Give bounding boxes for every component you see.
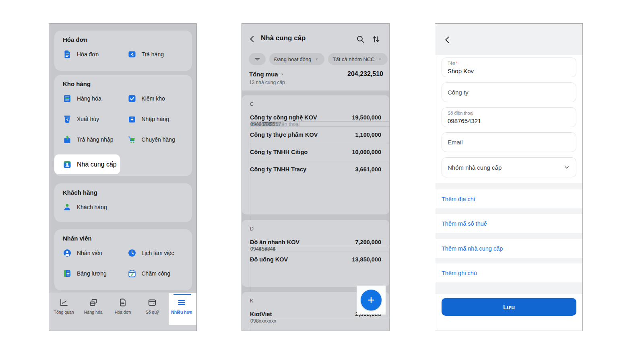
menu-item-purchase[interactable]: Nhập hàng <box>128 109 192 129</box>
menu-item-stock-check[interactable]: Kiểm kho <box>128 88 192 109</box>
screen-more-menu: Hóa đơn Hóa đơn Trả hàng Kho hàng Hàng h… <box>49 23 197 331</box>
invoices-icon <box>118 298 128 307</box>
nav-label: Sổ quỹ <box>146 310 159 315</box>
nav-item-overview[interactable]: Tổng quan <box>49 292 78 331</box>
group-letter: C <box>242 95 389 109</box>
menu-item-transfer[interactable]: Chuyển hàng <box>128 129 192 150</box>
more-icon <box>177 298 186 307</box>
link-label: Thêm địa chỉ <box>442 196 475 202</box>
purchase-icon <box>128 115 136 123</box>
purchase-return-icon <box>63 135 72 144</box>
search-icon[interactable] <box>356 35 365 44</box>
section-customers: Khách hàng Khách hàng <box>54 183 192 222</box>
screen-supplier-list: Nhà cung cấp Đang hoạt động Tất cả nhóm … <box>242 23 390 331</box>
section-staff: Nhân viên Nhân viên Lịch làm việc Bảng l… <box>54 229 192 290</box>
filter-chip[interactable] <box>249 53 266 65</box>
back-icon[interactable] <box>248 35 257 43</box>
email-field[interactable]: Email <box>442 132 576 152</box>
menu-item-employees[interactable]: Nhân viên <box>63 243 128 263</box>
menu-item-label: Nhà cung cấp <box>77 161 117 168</box>
chevron-down-icon <box>563 164 570 171</box>
sort-icon[interactable] <box>372 35 381 44</box>
menu-item-label: Trả hàng nhập <box>77 136 114 143</box>
menu-item-work-schedule[interactable]: Lịch làm việc <box>128 243 192 263</box>
menu-item-goods[interactable]: Hàng hóa <box>63 88 128 109</box>
name-field[interactable]: Tên* Shop Kov <box>442 58 576 77</box>
invoice-icon <box>63 50 72 59</box>
link-label: Thêm mã số thuế <box>442 220 487 227</box>
supplier-list-header: Nhà cung cấp Đang hoạt động Tất cả nhóm … <box>242 24 389 90</box>
add-address-link[interactable]: Thêm địa chỉ <box>435 189 582 208</box>
menu-item-customers[interactable]: Khách hàng <box>63 197 128 217</box>
back-icon[interactable] <box>443 35 452 44</box>
nav-item-more[interactable]: Nhiều hơn <box>167 292 196 331</box>
menu-item-label: Chấm công <box>142 270 171 277</box>
company-field[interactable]: Công ty <box>442 82 576 102</box>
section-gap <box>435 282 582 294</box>
caret-down-icon <box>314 56 320 62</box>
add-supplier-code-link[interactable]: Thêm mã nhà cung cấp <box>435 239 582 258</box>
page-title: Nhà cung cấp <box>261 34 305 42</box>
stock-check-icon <box>128 94 136 103</box>
nav-label: Hóa đơn <box>115 310 131 315</box>
dropdown-value: Nhóm nhà cung cấp <box>448 164 502 171</box>
cashbook-icon <box>147 298 157 307</box>
supplier-icon <box>63 160 72 169</box>
employee-icon <box>63 249 72 257</box>
supplier-row[interactable]: Đồ uống KOV 094855848 13,850,000 <box>242 251 389 268</box>
plus-icon <box>366 295 376 305</box>
menu-item-label: Chuyển hàng <box>142 136 175 143</box>
section-gap <box>435 183 582 189</box>
save-button[interactable]: Lưu <box>442 298 576 316</box>
menu-item-payroll[interactable]: Bảng lương <box>63 263 128 284</box>
phone-field[interactable]: Số điện thoại 0987654321 <box>442 107 576 127</box>
group-letter: D <box>242 220 389 234</box>
link-label: Thêm ghi chú <box>442 270 477 276</box>
nav-item-products[interactable]: Hàng hóa <box>78 292 108 331</box>
menu-item-dispose[interactable]: Xuất hủy <box>63 109 128 129</box>
field-label: Số điện thoại <box>448 111 570 116</box>
group-filter-chip[interactable]: Tất cả nhóm NCC <box>328 53 388 65</box>
add-supplier-fab[interactable] <box>361 290 382 311</box>
add-tax-code-link[interactable]: Thêm mã số thuế <box>435 214 582 233</box>
supplier-name: Công ty công nghệ KOV <box>250 114 317 121</box>
total-label: Tổng mua <box>249 71 278 78</box>
products-icon <box>89 298 98 307</box>
supplier-count: 13 nhà cung cấp <box>249 80 285 85</box>
menu-item-purchase-return[interactable]: Trả hàng nhập <box>63 129 128 150</box>
menu-item-invoices[interactable]: Hóa đơn <box>63 44 128 64</box>
nav-item-invoices[interactable]: Hóa đơn <box>108 292 137 331</box>
field-label: Tên* <box>448 61 570 66</box>
supplier-row[interactable]: Công ty TNHH Tracy Chưa có số điện thoại… <box>242 161 389 178</box>
bottom-navigation: Tổng quan Hàng hóa Hóa đơn Sổ quỹ Nhiều … <box>49 292 196 331</box>
menu-item-returns[interactable]: Trả hàng <box>128 44 192 64</box>
nav-label: Tổng quan <box>54 310 74 315</box>
section-title: Nhân viên <box>54 229 192 242</box>
dispose-icon <box>63 115 72 123</box>
caret-down-icon <box>279 71 285 77</box>
total-purchase-selector[interactable]: Tổng mua <box>249 71 285 78</box>
nav-item-cashbook[interactable]: Sổ quỹ <box>138 292 167 331</box>
menu-item-timesheet[interactable]: Chấm công <box>128 263 192 284</box>
filter-icon <box>253 55 261 63</box>
field-placeholder: Email <box>448 139 463 146</box>
menu-item-supplier-highlighted[interactable]: Nhà cung cấp <box>54 154 120 174</box>
section-title: Kho hàng <box>54 75 192 87</box>
section-gap <box>435 208 582 214</box>
menu-item-label: Nhập hàng <box>142 116 169 122</box>
supplier-amount: 7,200,000 <box>355 239 381 246</box>
form-header <box>435 24 582 55</box>
menu-item-label: Trả hàng <box>142 51 164 58</box>
transfer-icon <box>128 135 136 144</box>
supplier-amount: 19,500,000 <box>352 114 381 121</box>
required-asterisk: * <box>456 61 458 66</box>
field-value: Shop Kov <box>448 67 570 75</box>
section-title: Hóa đơn <box>54 31 192 43</box>
supplier-group-dropdown[interactable]: Nhóm nhà cung cấp <box>442 157 576 177</box>
add-note-link[interactable]: Thêm ghi chú <box>435 263 582 282</box>
menu-item-label: Hóa đơn <box>77 51 99 58</box>
chip-label: Đang hoạt động <box>274 56 312 62</box>
menu-item-label: Kiểm kho <box>142 95 165 102</box>
status-filter-chip[interactable]: Đang hoạt động <box>269 53 324 65</box>
menu-item-label: Lịch làm việc <box>142 250 174 256</box>
